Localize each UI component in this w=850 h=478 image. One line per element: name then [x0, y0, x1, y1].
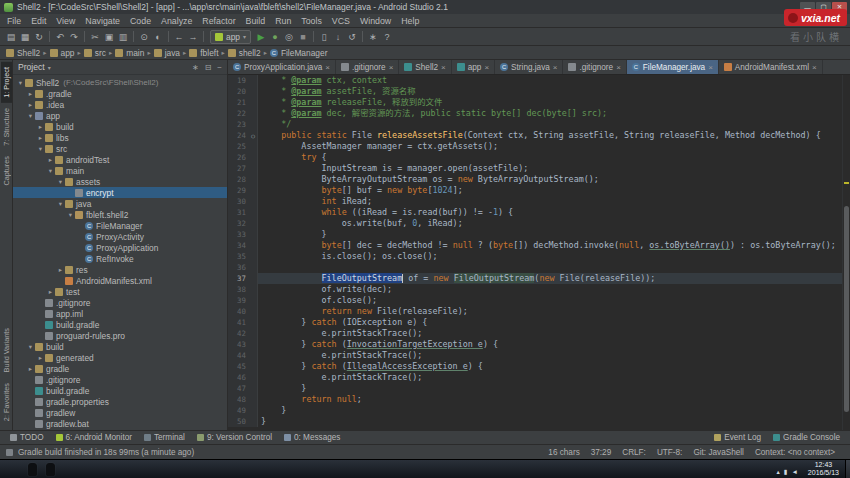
menu-item-analyze[interactable]: Analyze: [156, 16, 197, 26]
menu-item-build[interactable]: Build: [241, 16, 271, 26]
open-icon[interactable]: ▤: [4, 30, 18, 44]
tree-item--gradle[interactable]: ▸.gradle: [13, 88, 227, 99]
code-line[interactable]: 32 os.write(buf, 0, iRead);: [228, 218, 842, 229]
line-number[interactable]: 24: [228, 130, 249, 141]
code-line[interactable]: 45 } catch (IllegalAccessException e) {: [228, 361, 842, 372]
copy-icon[interactable]: ▣: [102, 30, 116, 44]
collapsed-arrow-icon[interactable]: ▸: [36, 134, 45, 142]
code-line[interactable]: 20 * @param assetFile, 资源名称: [228, 86, 842, 97]
taskbar-clock[interactable]: 12:43 2016/5/13: [808, 461, 839, 477]
collapsed-arrow-icon[interactable]: ▸: [26, 90, 35, 98]
status-segment-16-chars[interactable]: 16 chars: [548, 448, 579, 457]
code-line[interactable]: 29 byte[] buf = new byte[1024];: [228, 185, 842, 196]
status-segment-context-no-context-[interactable]: Context: <no context>: [755, 448, 835, 457]
editor-tab-shell2[interactable]: Shell2×: [399, 60, 451, 74]
code-line[interactable]: 23 */: [228, 119, 842, 130]
tool-window-button-terminal[interactable]: Terminal: [138, 433, 191, 442]
line-number[interactable]: 25: [228, 141, 249, 152]
line-number[interactable]: 34: [228, 240, 249, 251]
code-line[interactable]: 41 } catch (IOException e) {: [228, 317, 842, 328]
collapsed-arrow-icon[interactable]: ▸: [36, 123, 45, 131]
run-icon[interactable]: ▶: [254, 30, 268, 44]
code-line[interactable]: 37 FileOutputStream of = new FileOutputS…: [228, 273, 842, 284]
line-number[interactable]: 20: [228, 86, 249, 97]
line-number[interactable]: 32: [228, 218, 249, 229]
tree-item-res[interactable]: ▸res: [13, 264, 227, 275]
tree-item-gradle-properties[interactable]: gradle.properties: [13, 396, 227, 407]
status-segment-37-29[interactable]: 37:29: [591, 448, 612, 457]
tool-window-button-gradle-console[interactable]: Gradle Console: [767, 433, 846, 442]
code-line[interactable]: 47 }: [228, 383, 842, 394]
settings-icon[interactable]: ∗: [366, 30, 380, 44]
line-number[interactable]: 37: [228, 273, 249, 284]
line-number[interactable]: 30: [228, 196, 249, 207]
line-number[interactable]: 43: [228, 339, 249, 350]
tree-item-app-iml[interactable]: app.iml: [13, 308, 227, 319]
code-line[interactable]: 34 byte[] dec = decMethod != null ? (byt…: [228, 240, 842, 251]
breadcrumb-item-filemanager[interactable]: CFileManager: [270, 48, 328, 58]
code-line[interactable]: 19 * @param ctx, context: [228, 75, 842, 86]
tool-window-button-0-messages[interactable]: 0: Messages: [278, 433, 346, 442]
tree-item-build[interactable]: ▾build: [13, 341, 227, 352]
breadcrumb-item-app[interactable]: app: [50, 48, 75, 58]
editor-scrollbar[interactable]: [842, 75, 850, 430]
cut-icon[interactable]: ✂: [88, 30, 102, 44]
code-line[interactable]: 35 is.close(); os.close();: [228, 251, 842, 262]
tree-item-shell2[interactable]: ▾Shell2 (F:\CodeSrc\FShell\Shell2): [13, 77, 227, 88]
back-icon[interactable]: ←: [172, 30, 186, 44]
tool-strip-2-favorites[interactable]: 2: Favorites: [1, 378, 12, 426]
code-line[interactable]: 50}: [228, 416, 842, 427]
tree-item-libs[interactable]: ▸libs: [13, 132, 227, 143]
code-line[interactable]: 28 ByteArrayOutputStream os = new ByteAr…: [228, 174, 842, 185]
tool-strip-1-project[interactable]: 1: Project: [1, 62, 12, 103]
expanded-arrow-icon[interactable]: ▾: [56, 178, 65, 186]
show-desktop-button[interactable]: [845, 460, 850, 478]
sync-icon[interactable]: ↻: [32, 30, 46, 44]
code-line[interactable]: 39 of.close();: [228, 295, 842, 306]
line-number[interactable]: 33: [228, 229, 249, 240]
project-tree[interactable]: ▾Shell2 (F:\CodeSrc\FShell\Shell2)▸.grad…: [13, 75, 227, 430]
line-number[interactable]: 21: [228, 97, 249, 108]
close-tab-icon[interactable]: ×: [616, 63, 621, 72]
tree-item-test[interactable]: ▸test: [13, 286, 227, 297]
breadcrumb-item-shell2[interactable]: Shell2: [6, 48, 40, 58]
menu-item-run[interactable]: Run: [270, 16, 296, 26]
status-segment-crlf-[interactable]: CRLF:: [622, 448, 646, 457]
line-number[interactable]: 39: [228, 295, 249, 306]
line-number[interactable]: 44: [228, 350, 249, 361]
redo-icon[interactable]: ↷: [67, 30, 81, 44]
desktop-icon[interactable]: [28, 463, 37, 476]
line-number[interactable]: 23: [228, 119, 249, 130]
line-number[interactable]: 45: [228, 361, 249, 372]
tool-strip-build-variants[interactable]: Build Variants: [1, 323, 12, 377]
expanded-arrow-icon[interactable]: ▾: [66, 211, 75, 219]
line-number[interactable]: 28: [228, 174, 249, 185]
menu-item-help[interactable]: Help: [396, 16, 424, 26]
tray-volume-icon[interactable]: ◄: [791, 468, 797, 475]
expanded-arrow-icon[interactable]: ▾: [56, 200, 65, 208]
tree-item-gradle[interactable]: ▸gradle: [13, 363, 227, 374]
code-line[interactable]: 38 of.write(dec);: [228, 284, 842, 295]
forward-icon[interactable]: →: [186, 30, 200, 44]
code-line[interactable]: 40 return new File(releaseFile);: [228, 306, 842, 317]
code-line[interactable]: 44 e.printStackTrace();: [228, 350, 842, 361]
tree-item-generated[interactable]: ▸generated: [13, 352, 227, 363]
scrollbar-thumb[interactable]: [844, 206, 849, 412]
tree-item-androidmanifest-xml[interactable]: AndroidManifest.xml: [13, 275, 227, 286]
code-line[interactable]: 36: [228, 262, 842, 273]
line-number[interactable]: 49: [228, 405, 249, 416]
line-number[interactable]: 48: [228, 394, 249, 405]
line-number[interactable]: 50: [228, 416, 249, 427]
tree-item-src[interactable]: ▾src: [13, 143, 227, 154]
tree-item-androidtest[interactable]: ▸androidTest: [13, 154, 227, 165]
collapsed-arrow-icon[interactable]: ▸: [26, 365, 35, 373]
code-line[interactable]: 31 while ((iRead = is.read(buf)) != -1) …: [228, 207, 842, 218]
menu-item-tools[interactable]: Tools: [296, 16, 327, 26]
line-number[interactable]: 40: [228, 306, 249, 317]
tool-window-button-6-android-monitor[interactable]: 6: Android Monitor: [50, 433, 138, 442]
stop-icon[interactable]: ■: [296, 30, 310, 44]
close-tab-icon[interactable]: ×: [708, 63, 713, 72]
tree-item-app[interactable]: ▾app: [13, 110, 227, 121]
override-marker-icon[interactable]: ○: [249, 130, 258, 141]
tree-item-proxyapplication[interactable]: CProxyApplication: [13, 242, 227, 253]
